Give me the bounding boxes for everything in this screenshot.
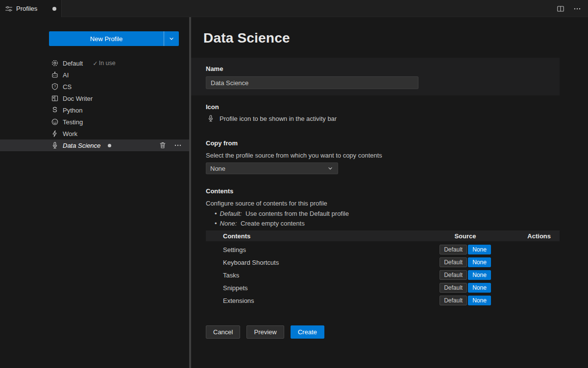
bullet-none: •None: Create empty contents <box>215 219 349 229</box>
in-use-badge: ✓ In use <box>93 60 116 67</box>
table-row-settings: Settings Default None <box>206 243 560 256</box>
robot-icon <box>51 71 59 79</box>
source-default-button[interactable]: Default <box>440 270 467 280</box>
copy-from-label: Copy from <box>206 139 238 147</box>
header-source: Source <box>440 232 491 240</box>
tab-profiles[interactable]: Profiles <box>0 0 62 17</box>
name-label: Name <box>206 65 223 72</box>
new-profile-dropdown-button[interactable] <box>164 31 179 46</box>
copy-from-select[interactable]: None <box>206 162 338 174</box>
new-profile-split-button: New Profile <box>49 31 179 46</box>
table-row-tasks: Tasks Default None <box>206 269 560 281</box>
new-profile-button[interactable]: New Profile <box>49 31 164 46</box>
profile-item-default[interactable]: Default ✓ In use <box>0 57 189 69</box>
in-use-label: In use <box>99 60 116 67</box>
mic-icon <box>207 115 215 122</box>
profile-name: Testing <box>63 118 83 126</box>
row-label: Extensions <box>206 297 440 304</box>
create-button[interactable]: Create <box>291 325 324 339</box>
profile-name: AI <box>63 71 69 79</box>
profile-name: Work <box>63 130 77 138</box>
table-row-snippets: Snippets Default None <box>206 281 560 294</box>
mic-icon <box>51 141 59 149</box>
tab-label: Profiles <box>16 5 37 12</box>
source-default-button[interactable]: Default <box>440 283 467 293</box>
contents-bullet-list: •Default: Use contents from the Default … <box>215 209 349 229</box>
svg-text:?: ? <box>54 84 56 89</box>
source-default-button[interactable]: Default <box>440 245 467 254</box>
new-profile-label: New Profile <box>90 35 122 43</box>
split-editor-icon[interactable] <box>557 5 564 13</box>
modified-dot <box>108 144 111 147</box>
editor-tab-bar: Profiles <box>0 0 588 17</box>
profile-name: Default <box>63 60 83 67</box>
table-row-extensions: Extensions Default None <box>206 294 560 307</box>
check-icon: ✓ <box>93 60 98 67</box>
gear-icon <box>51 59 59 67</box>
profile-name: Doc Writer <box>63 95 93 102</box>
row-label: Snippets <box>206 284 440 292</box>
table-header-row: Contents Source Actions <box>206 230 560 241</box>
smiley-icon <box>51 118 59 126</box>
source-default-button[interactable]: Default <box>440 296 467 305</box>
modified-dot <box>52 7 56 11</box>
footer-buttons: Cancel Preview Create <box>206 325 324 339</box>
bullet-default: •Default: Use contents from the Default … <box>215 209 349 219</box>
source-default-button[interactable]: Default <box>440 257 467 267</box>
row-label: Settings <box>206 246 440 253</box>
icon-description: Profile icon to be shown in the activity… <box>220 115 337 122</box>
header-contents: Contents <box>206 232 440 240</box>
source-none-button[interactable]: None <box>468 296 491 305</box>
profile-name: Python <box>63 107 82 114</box>
profile-item-doc-writer[interactable]: Doc Writer <box>0 92 189 104</box>
page-title: Data Science <box>203 30 290 46</box>
contents-description: Configure source of contents for this pr… <box>206 200 327 207</box>
header-actions: Actions <box>491 232 560 240</box>
preview-button[interactable]: Preview <box>246 325 284 339</box>
more-icon[interactable] <box>174 141 182 149</box>
copy-from-selected-value: None <box>210 165 225 172</box>
book-icon <box>51 94 59 102</box>
snake-icon <box>51 106 59 114</box>
source-none-button[interactable]: None <box>468 283 491 293</box>
profile-item-cs[interactable]: ? CS <box>0 81 189 92</box>
source-none-button[interactable]: None <box>468 245 491 254</box>
profile-item-work[interactable]: Work <box>0 128 189 139</box>
row-label: Tasks <box>206 272 440 279</box>
copy-from-description: Select the profile source from which you… <box>206 152 382 159</box>
tune-icon <box>5 5 13 13</box>
editor-actions <box>557 0 581 17</box>
chevron-down-icon <box>327 165 334 172</box>
row-label: Keyboard Shortcuts <box>206 259 440 266</box>
chevron-down-icon <box>168 35 175 42</box>
contents-table: Contents Source Actions Settings Default… <box>206 230 560 307</box>
source-none-button[interactable]: None <box>468 270 491 280</box>
contents-label: Contents <box>206 187 233 195</box>
profile-list: Default ✓ In use AI ? CS <box>0 57 189 151</box>
more-icon[interactable] <box>573 5 581 13</box>
profile-item-testing[interactable]: Testing <box>0 116 189 128</box>
profile-item-data-science[interactable]: Data Science <box>0 139 189 151</box>
profile-item-ai[interactable]: AI <box>0 69 189 81</box>
icon-label: Icon <box>206 103 219 111</box>
profile-name: Data Science <box>63 142 100 149</box>
shield-icon: ? <box>51 83 59 91</box>
cancel-button[interactable]: Cancel <box>206 325 240 339</box>
table-row-keyboard-shortcuts: Keyboard Shortcuts Default None <box>206 256 560 269</box>
zap-icon <box>51 130 59 138</box>
profile-row-actions <box>159 141 189 149</box>
profile-name: CS <box>63 83 72 91</box>
profile-name-input[interactable] <box>206 76 418 89</box>
profile-item-python[interactable]: Python <box>0 104 189 116</box>
source-none-button[interactable]: None <box>468 257 491 267</box>
trash-icon[interactable] <box>159 141 167 149</box>
icon-picker-row[interactable]: Profile icon to be shown in the activity… <box>207 115 337 122</box>
